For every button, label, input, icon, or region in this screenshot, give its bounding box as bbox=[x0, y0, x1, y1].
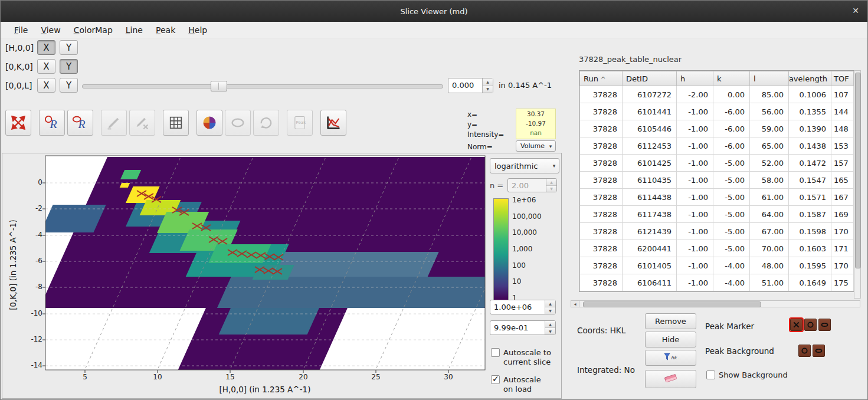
overlay-peaks-button[interactable]: R bbox=[39, 110, 65, 136]
cursor-readout: 30.37 -10.97 nan bbox=[516, 109, 556, 139]
dim-h00-y-button[interactable]: Y bbox=[60, 40, 78, 55]
hide-peak-button[interactable]: Hide bbox=[645, 332, 696, 347]
norm-select[interactable]: Volume ▾ bbox=[516, 140, 556, 152]
spin-down-icon[interactable]: ▼ bbox=[545, 328, 555, 335]
scale-select[interactable]: logarithmic ▾ bbox=[490, 158, 559, 173]
vertical-scrollbar-thumb[interactable] bbox=[855, 73, 861, 268]
column-header-h[interactable]: h bbox=[677, 71, 713, 86]
peak-table-row[interactable]: 378286101405-1.00-4.0048.000.1595170 bbox=[580, 257, 854, 274]
autoscale-load-row: ✓ Autoscale on load bbox=[491, 375, 561, 394]
colorbar-tick-label: 1e+06 bbox=[512, 195, 542, 205]
column-header-l[interactable]: l bbox=[750, 71, 789, 86]
column-header-run[interactable]: Run ^ bbox=[580, 71, 623, 86]
peak-background-ellipse-button[interactable] bbox=[813, 345, 825, 357]
spin-down-icon[interactable]: ▼ bbox=[483, 86, 493, 93]
table-vertical-scrollbar[interactable] bbox=[854, 70, 861, 299]
peak-table-row[interactable]: 378286200441-1.00-5.0070.000.1603171 bbox=[580, 240, 854, 257]
circle-icon bbox=[800, 346, 809, 355]
colorbar-max-spinbox[interactable]: 1.00e+06 ▲ ▼ bbox=[490, 300, 556, 314]
edit-line-icon bbox=[134, 114, 150, 131]
peak-marker-cross-button[interactable] bbox=[790, 319, 803, 331]
peak-marker-label: Peak Marker bbox=[705, 322, 754, 331]
overlay-peaks-alt-icon: R bbox=[72, 114, 89, 131]
dim-h00-x-button[interactable]: X bbox=[37, 40, 55, 55]
dim-00l-y-button[interactable]: Y bbox=[60, 78, 78, 93]
spin-down-icon: ▼ bbox=[546, 186, 556, 192]
menu-help[interactable]: Help bbox=[182, 24, 214, 37]
horizontal-scrollbar-track[interactable] bbox=[579, 300, 860, 307]
clear-rows-button[interactable] bbox=[645, 370, 696, 388]
remove-peak-button[interactable]: Remove bbox=[645, 313, 696, 329]
zoom-extents-button[interactable] bbox=[5, 110, 31, 136]
peak-table-row[interactable]: 378286101441-1.00-6.0056.000.1355144 bbox=[580, 103, 854, 120]
dim-00l-x-button[interactable]: X bbox=[37, 78, 55, 93]
show-background-row: Show Background bbox=[706, 371, 788, 380]
line-plots-button[interactable] bbox=[320, 110, 346, 136]
peak-table-row[interactable]: 378286107272-2.000.0085.000.1006107 bbox=[580, 86, 854, 103]
nonorthogonal-view-button[interactable] bbox=[196, 110, 222, 136]
overlay-peaks-alt-button[interactable]: R bbox=[67, 110, 93, 136]
ellipse-region-icon bbox=[230, 114, 246, 131]
menu-colormap[interactable]: ColorMap bbox=[67, 24, 119, 37]
scroll-left-icon[interactable]: ◂ bbox=[571, 300, 579, 307]
autoscale-load-checkbox[interactable]: ✓ bbox=[491, 375, 500, 384]
peak-table-row[interactable]: 378286106411-1.00-4.0051.000.1649175 bbox=[580, 274, 854, 291]
dim-0k0-y-button[interactable]: Y bbox=[60, 59, 78, 74]
colorbar-tick-labels: 1e+06100,00010,0001,000100101 bbox=[512, 195, 542, 303]
main-toolbar: RRPeak bbox=[5, 109, 346, 137]
integrated-label: Integrated: No bbox=[577, 365, 635, 375]
menu-file[interactable]: File bbox=[8, 24, 34, 37]
colorbar-tick-label: 100 bbox=[512, 261, 542, 270]
dim-0k0-x-button[interactable]: X bbox=[37, 59, 55, 74]
column-header-wavelength[interactable]: Wavelength bbox=[789, 71, 831, 86]
add-peak-button: Peak bbox=[287, 110, 313, 136]
peak-marker-ellipse-button[interactable] bbox=[818, 319, 831, 331]
column-header-k[interactable]: k bbox=[713, 71, 750, 86]
y-tick-label: -10 bbox=[19, 309, 42, 317]
norm-value: Volume bbox=[520, 142, 546, 150]
show-background-checkbox[interactable] bbox=[706, 371, 715, 379]
sort-hkl-button[interactable]: hk l bbox=[645, 350, 696, 366]
peak-table-row[interactable]: 378286101425-1.00-5.0052.000.1472157 bbox=[580, 155, 854, 172]
pixel-grid-button[interactable] bbox=[163, 110, 189, 136]
autoscale-current-checkbox[interactable] bbox=[491, 348, 500, 357]
peak-table-row[interactable]: 378286117438-1.00-5.0064.000.1587169 bbox=[580, 206, 854, 223]
dim-row-h00: [H,0,0] X Y bbox=[5, 40, 82, 55]
spin-down-icon[interactable]: ▼ bbox=[545, 307, 555, 314]
x-tick-label: 25 bbox=[367, 373, 385, 381]
slice-spinbox[interactable]: 0.000 ▲ ▼ bbox=[448, 78, 493, 93]
zoom-extents-icon bbox=[10, 114, 27, 131]
slice-slider[interactable] bbox=[82, 80, 443, 91]
rotate-region-button bbox=[253, 110, 279, 136]
spin-up-icon[interactable]: ▲ bbox=[483, 78, 493, 86]
peak-marker-circle-button[interactable] bbox=[804, 319, 817, 331]
power-label: n = bbox=[490, 181, 503, 190]
menu-peak[interactable]: Peak bbox=[149, 24, 182, 37]
peak-table-row[interactable]: 378286114438-1.00-5.0061.000.1571167 bbox=[580, 189, 854, 206]
dim-label-00l: [0,0,L] bbox=[5, 81, 37, 90]
peak-table-row[interactable]: 378286121439-1.00-5.0067.000.1598170 bbox=[580, 223, 854, 240]
colorbar-tick-label: 100,000 bbox=[512, 212, 542, 221]
column-header-detid[interactable]: DetID bbox=[623, 71, 677, 86]
spin-up-icon[interactable]: ▲ bbox=[545, 321, 555, 328]
slice-plot[interactable] bbox=[38, 153, 493, 379]
close-button[interactable]: ✕ bbox=[852, 6, 859, 15]
table-horizontal-scrollbar[interactable]: ◂ bbox=[571, 300, 860, 307]
slider-handle[interactable] bbox=[211, 81, 227, 91]
slice-units-label: in 0.145 A^-1 bbox=[499, 81, 552, 90]
horizontal-scrollbar-thumb[interactable] bbox=[583, 301, 761, 307]
dim-label-0k0: [0,K,0] bbox=[5, 62, 37, 71]
menu-line[interactable]: Line bbox=[119, 24, 149, 37]
draw-line-button bbox=[101, 110, 127, 136]
spin-up-icon[interactable]: ▲ bbox=[545, 300, 555, 307]
peak-table-row[interactable]: 378286105446-1.00-6.0059.000.1390148 bbox=[580, 120, 854, 137]
spinner-arrows: ▲ ▼ bbox=[545, 321, 555, 335]
column-header-tof[interactable]: TOF bbox=[831, 71, 854, 86]
peak-table-row[interactable]: 378286110435-1.00-5.0058.000.1547165 bbox=[580, 172, 854, 189]
y-tick-label: -14 bbox=[19, 361, 42, 369]
menu-view[interactable]: View bbox=[34, 24, 67, 37]
cross-icon bbox=[792, 320, 801, 329]
colorbar-min-spinbox[interactable]: 9.99e-01 ▲ ▼ bbox=[490, 320, 556, 335]
peak-background-circle-button[interactable] bbox=[798, 345, 811, 357]
peak-table-row[interactable]: 378286112453-1.00-6.0065.000.1438153 bbox=[580, 137, 854, 155]
